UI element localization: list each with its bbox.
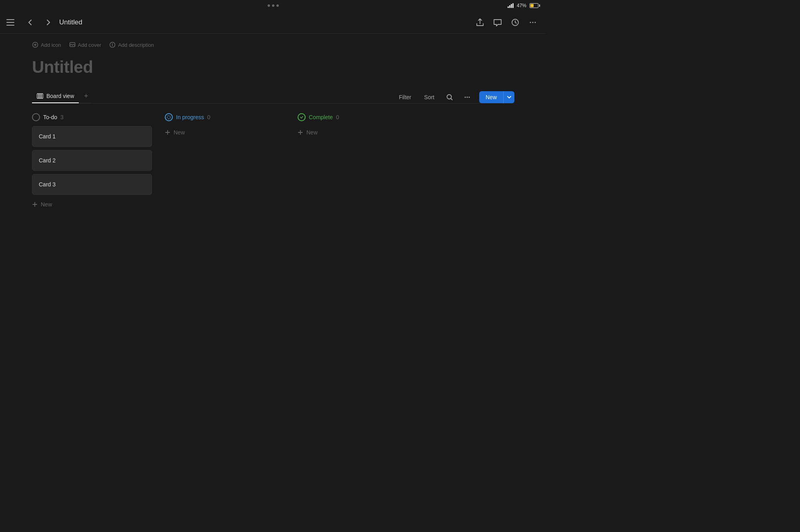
column-todo: To-do 3 Card 1 Card 2 Card 3 New [32, 113, 152, 211]
svg-point-10 [447, 95, 451, 99]
todo-status-icon [32, 113, 40, 121]
todo-new-card-button[interactable]: New [32, 198, 152, 211]
todo-new-label: New [41, 201, 52, 208]
add-icon-button[interactable]: Add icon [32, 42, 61, 48]
card-3-title: Card 3 [39, 181, 56, 188]
svg-point-11 [464, 97, 466, 98]
svg-point-1 [530, 22, 531, 23]
back-button[interactable] [24, 16, 37, 29]
status-dots [268, 4, 279, 7]
tab-board-view-label: Board view [46, 93, 74, 99]
board-view-icon [37, 93, 43, 99]
comment-button[interactable] [490, 15, 505, 30]
more-options-button[interactable] [526, 15, 540, 30]
page-title: Untitled [32, 58, 514, 77]
card-2[interactable]: Card 2 [32, 150, 152, 171]
in-progress-status-icon [165, 113, 173, 121]
battery-icon [530, 3, 540, 8]
svg-point-12 [466, 97, 468, 98]
view-tabs: Board view + [32, 90, 92, 103]
add-cover-label: Add cover [78, 42, 102, 48]
complete-new-label: New [306, 129, 318, 136]
add-view-button[interactable]: + [80, 91, 92, 102]
new-button-dropdown[interactable] [503, 91, 514, 103]
tab-board-view[interactable]: Board view [32, 90, 79, 103]
svg-rect-8 [39, 94, 41, 98]
add-description-label: Add description [118, 42, 154, 48]
nav-actions [473, 15, 540, 30]
complete-status-icon [298, 113, 306, 121]
svg-point-3 [535, 22, 536, 23]
complete-new-card-button[interactable]: New [298, 126, 418, 139]
dot-3 [276, 4, 279, 7]
complete-column-count: 0 [336, 114, 339, 120]
todo-cards: Card 1 Card 2 Card 3 [32, 126, 152, 195]
in-progress-column-count: 0 [207, 114, 210, 120]
dot-1 [268, 4, 270, 7]
card-2-title: Card 2 [39, 157, 56, 164]
history-button[interactable] [508, 15, 522, 30]
page-content: Add icon Add cover Add description Untit… [0, 34, 546, 357]
status-bar-right: 47% [508, 3, 540, 8]
status-bar: 47% [0, 0, 546, 11]
svg-rect-9 [41, 94, 43, 98]
new-button-group: New [479, 91, 514, 103]
in-progress-new-label: New [174, 129, 185, 136]
svg-point-14 [167, 116, 170, 119]
battery-percentage: 47% [517, 3, 526, 8]
add-icon-label: Add icon [41, 42, 61, 48]
svg-point-2 [532, 22, 534, 23]
nav-bar: Untitled [0, 11, 546, 34]
todo-column-title: To-do [43, 114, 57, 120]
todo-column-count: 3 [60, 114, 64, 120]
search-button[interactable] [444, 92, 455, 103]
toolbar-more-button[interactable] [462, 92, 473, 103]
page-meta-actions: Add icon Add cover Add description [32, 42, 514, 48]
svg-rect-7 [37, 94, 39, 98]
dot-2 [272, 4, 274, 7]
hamburger-menu[interactable] [6, 16, 19, 29]
add-cover-button[interactable]: Add cover [69, 42, 102, 48]
column-in-progress: In progress 0 New [165, 113, 285, 139]
sort-button[interactable]: Sort [421, 92, 438, 102]
new-button[interactable]: New [479, 92, 503, 103]
svg-point-13 [468, 97, 470, 98]
in-progress-column-title: In progress [176, 114, 204, 120]
board-container: To-do 3 Card 1 Card 2 Card 3 New [32, 113, 514, 211]
column-complete-header: Complete 0 [298, 113, 418, 121]
filter-button[interactable]: Filter [396, 92, 414, 102]
share-button[interactable] [473, 15, 487, 30]
add-description-button[interactable]: Add description [109, 42, 154, 48]
card-1-title: Card 1 [39, 133, 56, 140]
in-progress-new-card-button[interactable]: New [165, 126, 285, 139]
nav-title: Untitled [59, 18, 468, 26]
view-toolbar: Filter Sort New [396, 91, 514, 103]
column-in-progress-header: In progress 0 [165, 113, 285, 121]
column-todo-header: To-do 3 [32, 113, 152, 121]
card-3[interactable]: Card 3 [32, 174, 152, 195]
forward-button[interactable] [42, 16, 54, 29]
column-complete: Complete 0 New [298, 113, 418, 139]
wifi-icon [508, 3, 514, 8]
complete-column-title: Complete [309, 114, 333, 120]
card-1[interactable]: Card 1 [32, 126, 152, 147]
